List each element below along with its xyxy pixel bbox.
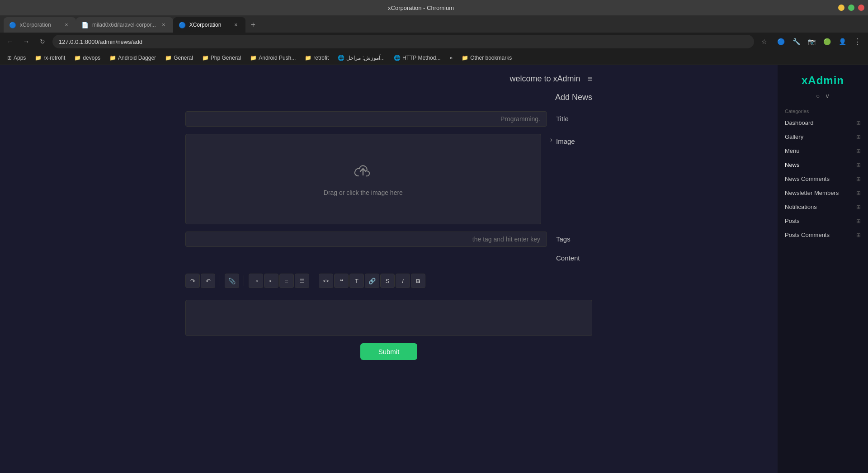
upload-text: Drag or click the image here	[324, 189, 403, 196]
editor-toolbar: ↷ ↶ 📎 ⇥ ⇤ ≡ ☰	[185, 274, 592, 288]
profile-avatar[interactable]: 👤	[835, 35, 849, 48]
sidebar-item-menu[interactable]: Menu ⊞	[778, 144, 868, 158]
center-content: welcome to xAdmin ≡ Add News Title	[0, 65, 778, 473]
tab-close-3[interactable]: ×	[232, 21, 240, 29]
folder-icon: 📁	[305, 55, 311, 61]
upload-icon	[352, 162, 374, 184]
reload-button[interactable]: ↻	[36, 35, 49, 48]
folder-icon: 📁	[109, 55, 116, 61]
bm-label: devops	[83, 55, 100, 61]
sidebar-item-dashboard[interactable]: Dashboard ⊞	[778, 116, 868, 130]
back-button[interactable]: ←	[4, 35, 16, 48]
bm-label: Php General	[211, 55, 241, 61]
indent-left-button[interactable]: ⇤	[264, 274, 278, 288]
profile-icon-1[interactable]: 🔵	[774, 35, 788, 48]
ordered-list-button[interactable]: ≡	[279, 274, 294, 288]
bold-button[interactable]: B	[411, 274, 425, 288]
dashboard-grid-icon: ⊞	[856, 120, 861, 126]
content-editor[interactable]	[185, 300, 592, 336]
bookmark-apps[interactable]: ⊞ Apps	[4, 54, 29, 62]
extension-icon-1[interactable]: 🔧	[789, 35, 803, 48]
tab-label-3: XCorporation	[189, 22, 228, 28]
folder-icon: 📁	[250, 55, 257, 61]
sidebar-dashboard-label: Dashboard	[785, 119, 856, 126]
link-button[interactable]: 🔗	[365, 274, 379, 288]
sidebar-item-news[interactable]: News ⊞	[778, 158, 868, 172]
indent-right-button[interactable]: ⇥	[249, 274, 263, 288]
bookmark-amozesh[interactable]: 🌐 آموزش: مراحل...	[334, 54, 388, 62]
bookmark-general[interactable]: 📁 General	[161, 54, 197, 62]
minimize-button[interactable]: −	[838, 5, 844, 11]
attach-button[interactable]: 📎	[225, 274, 239, 288]
content-label: Content	[556, 254, 592, 262]
bm-label: HTTP Method...	[402, 55, 440, 61]
image-upload-box[interactable]: Drag or click the image here	[185, 134, 541, 224]
chevron-right-icon: »	[449, 55, 453, 61]
tags-label: Tags	[556, 232, 592, 243]
tab-laravel[interactable]: 📄 milad0x6d/laravel-corpor... ×	[76, 17, 173, 33]
bookmark-android-push[interactable]: 📁 Android Push...	[246, 54, 299, 62]
quote-button[interactable]: ❝	[334, 274, 349, 288]
bookmark-php-general[interactable]: 📁 Php General	[198, 54, 245, 62]
bookmark-android-dagger[interactable]: 📁 Android Dagger	[106, 54, 160, 62]
italic-button[interactable]: I	[396, 274, 410, 288]
bookmark-retrofit[interactable]: 📁 retrofit	[301, 54, 332, 62]
strike-button[interactable]: S	[380, 274, 395, 288]
add-news-title: Add News	[185, 93, 592, 102]
image-label: Image	[556, 134, 592, 145]
submit-button[interactable]: Submit	[360, 343, 418, 360]
tab-favicon-3: 🔵	[179, 21, 186, 28]
bookmark-http-method[interactable]: 🌐 HTTP Method...	[390, 54, 444, 62]
image-chevron-icon: ›	[550, 136, 552, 144]
code-button[interactable]: <>	[319, 274, 333, 288]
bookmark-rx-retrofit[interactable]: 📁 rx-retrofit	[31, 54, 69, 62]
bm-label: Android Push...	[259, 55, 296, 61]
bookmark-more[interactable]: »	[446, 54, 456, 62]
sidebar-item-posts[interactable]: Posts ⊞	[778, 214, 868, 228]
redo-button[interactable]: ↷	[185, 274, 200, 288]
extension-icon-3[interactable]: 🟢	[820, 35, 834, 48]
tab-bar: 🔵 xCorporation × 📄 milad0x6d/laravel-cor…	[0, 15, 868, 33]
title-input[interactable]	[185, 111, 547, 127]
bookmark-devops[interactable]: 📁 devops	[71, 54, 104, 62]
sidebar-item-posts-comments[interactable]: Posts Comments ⊞	[778, 228, 868, 242]
tab-close-1[interactable]: ×	[62, 21, 71, 29]
sidebar-item-notifications[interactable]: Notifications ⊞	[778, 200, 868, 214]
tab-favicon-2: 📄	[81, 21, 89, 28]
maximize-button[interactable]: ⊡	[848, 5, 854, 11]
bookmarks-bar: ⊞ Apps 📁 rx-retrofit 📁 devops 📁 Android …	[0, 51, 868, 65]
bookmark-other[interactable]: 📁 Other bookmarks	[458, 54, 515, 62]
posts-comments-grid-icon: ⊞	[856, 232, 861, 238]
header-menu-icon[interactable]: ≡	[587, 74, 592, 84]
browser-frame: xCorporation - Chromium − ⊡ × 🔵 xCorpora…	[0, 0, 868, 473]
unordered-list-button[interactable]: ☰	[295, 274, 309, 288]
url-bar[interactable]: 127.0.0.1:8000/admin/news/add	[52, 35, 754, 48]
new-tab-button[interactable]: +	[245, 17, 261, 33]
close-button[interactable]: ×	[858, 5, 864, 11]
toolbar-separator-3	[314, 275, 314, 286]
form-area: Add News Title	[185, 93, 592, 360]
window-controls: − ⊡ ×	[838, 5, 864, 11]
bookmark-button[interactable]: ☆	[758, 35, 770, 48]
tags-input[interactable]	[185, 232, 547, 247]
tab-xcorporation-active[interactable]: 🔵 XCorporation ×	[173, 17, 245, 33]
sidebar-icon-circle: ○	[816, 92, 820, 99]
sidebar-item-news-comments[interactable]: News Comments ⊞	[778, 172, 868, 186]
apps-icon: ⊞	[7, 55, 12, 61]
undo-button[interactable]: ↶	[201, 274, 215, 288]
address-bar: ← → ↻ 127.0.0.1:8000/admin/news/add ☆ 🔵 …	[0, 33, 868, 51]
extension-icon-2[interactable]: 📷	[805, 35, 818, 48]
sidebar-posts-comments-label: Posts Comments	[785, 232, 856, 238]
strikethrough-button[interactable]: T	[349, 274, 364, 288]
tab-xcorporation[interactable]: 🔵 xCorporation ×	[4, 17, 76, 33]
forward-button[interactable]: →	[20, 35, 33, 48]
folder-icon: 📁	[202, 55, 209, 61]
tab-close-2[interactable]: ×	[160, 21, 168, 29]
image-section: Drag or click the image here › Image	[185, 134, 592, 224]
tab-label-2: milad0x6d/laravel-corpor...	[92, 22, 156, 28]
bm-label: Other bookmarks	[470, 55, 512, 61]
browser-menu-button[interactable]: ⋮	[851, 35, 864, 48]
title-section: Title	[185, 111, 592, 127]
sidebar-item-newsletter[interactable]: Newsletter Members ⊞	[778, 186, 868, 200]
sidebar-item-gallery[interactable]: Gallery ⊞	[778, 130, 868, 144]
